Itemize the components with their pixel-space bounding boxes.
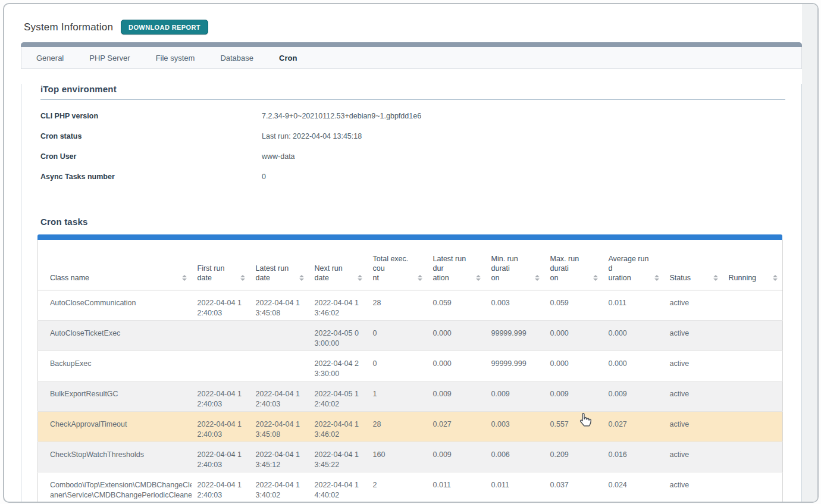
table-cell: 2022-04-05 1 2:40:02 (309, 381, 367, 412)
table-row[interactable]: BackupExec2022-04-04 2 3:30:0000.0009999… (38, 351, 783, 381)
table-cell (723, 412, 783, 442)
download-report-button[interactable]: DOWNLOAD REPORT (121, 20, 208, 35)
column-header[interactable]: Total exec. cou nt (367, 240, 427, 290)
column-header[interactable]: Latest run dur ation (427, 240, 485, 290)
table-cell: 1 (367, 381, 427, 412)
table-cell: 0.000 (427, 503, 485, 503)
tab-php-server[interactable]: PHP Server (89, 54, 130, 62)
sort-icon[interactable] (299, 275, 304, 281)
table-cell (250, 321, 309, 351)
field-row: CLI PHP version7.2.34-9+0~20210112.53+de… (40, 108, 785, 129)
field-value: www-data (262, 152, 295, 161)
table-cell: 0.024 (603, 472, 664, 503)
field-label: CLI PHP version (40, 112, 262, 120)
table-cell: 0.011 (485, 472, 544, 503)
column-header-label: Max. run durati on (550, 254, 591, 283)
table-cell: active (664, 412, 723, 442)
sort-icon[interactable] (418, 275, 422, 281)
table-cell: CheckStopWatchThresholds (38, 442, 192, 472)
table-cell: 2022-04-04 1 3:45:08 (250, 412, 309, 442)
table-cell: 2022-04-04 1 2:40:03 (250, 381, 309, 412)
column-header-label: Average run d uration (609, 254, 652, 283)
column-header[interactable]: Running (723, 240, 783, 290)
table-cell: 2022-04-04 1 3:45:22 (309, 442, 367, 472)
column-header[interactable]: Average run d uration (603, 240, 664, 290)
sort-icon[interactable] (713, 275, 718, 281)
table-cell: 0.009 (427, 442, 485, 472)
environment-fields: CLI PHP version7.2.34-9+0~20210112.53+de… (40, 108, 785, 189)
table-cell: 99999.999 (485, 503, 544, 503)
cron-tasks-table-wrap: Class nameFirst run dateLatest run dateN… (37, 234, 782, 503)
table-cell: CheckApprovalTimeout (38, 412, 192, 442)
table-row[interactable]: CheckStopWatchThresholds2022-04-04 1 2:4… (38, 442, 783, 472)
table-row[interactable]: AutoCloseCommunication2022-04-04 1 2:40:… (38, 290, 783, 321)
scrollbar-track[interactable] (802, 4, 817, 502)
sort-icon[interactable] (182, 275, 187, 281)
table-cell: Combodo\iTop\Extension\CMDBChangeCle (38, 503, 192, 503)
table-header-row: Class nameFirst run dateLatest run dateN… (38, 240, 783, 290)
tab-file-system[interactable]: File system (156, 54, 195, 62)
table-cell (723, 503, 783, 503)
table-cell (192, 321, 250, 351)
table-cell: 0 (367, 321, 427, 351)
table-cell: 0.000 (544, 351, 603, 381)
tab-database[interactable]: Database (220, 54, 253, 62)
column-header[interactable]: Latest run date (250, 240, 309, 290)
table-cell: 2022-04-04 1 2:40:03 (192, 381, 250, 412)
field-label: Cron status (40, 132, 262, 140)
table-cell (192, 351, 250, 381)
column-header[interactable]: First run date (192, 240, 250, 290)
table-cell: 0.011 (427, 472, 485, 503)
column-header[interactable]: Next run date (309, 240, 367, 290)
column-header[interactable]: Max. run durati on (544, 240, 603, 290)
table-cell: 0.059 (427, 290, 485, 321)
field-value: Last run: 2022-04-04 13:45:18 (262, 132, 362, 140)
table-cell: Combodo\iTop\Extension\CMDBChangeCle ane… (38, 472, 192, 503)
table-cell: AutoCloseCommunication (38, 290, 192, 321)
table-cell (723, 290, 783, 321)
column-header-label: Latest run dur ation (433, 254, 474, 283)
field-row: Cron Userwww-data (40, 149, 785, 169)
table-row[interactable]: CheckApprovalTimeout2022-04-04 1 2:40:03… (38, 412, 783, 442)
table-cell: 0.557 (544, 412, 603, 442)
table-cell: active (664, 321, 723, 351)
table-cell: 0.000 (603, 503, 664, 503)
sort-icon[interactable] (593, 275, 598, 281)
tab-strip: GeneralPHP ServerFile systemDatabaseCron (21, 47, 802, 69)
sort-icon[interactable] (358, 275, 362, 281)
tab-container: GeneralPHP ServerFile systemDatabaseCron… (21, 42, 802, 503)
column-header-label: Class name (50, 273, 89, 283)
table-cell: 2022-04-04 1 3:45:12 (250, 442, 309, 472)
column-header[interactable]: Min. run durati on (485, 240, 544, 290)
sort-icon[interactable] (535, 275, 540, 281)
table-cell: active (664, 290, 723, 321)
sort-icon[interactable] (476, 275, 481, 281)
table-row[interactable]: AutoCloseTicketExec2022-04-05 0 3:00:000… (38, 321, 783, 351)
sort-icon[interactable] (240, 275, 245, 281)
table-cell: 0.011 (603, 290, 664, 321)
table-cell: 2022-04-04 2 3:30:00 (309, 351, 367, 381)
column-header[interactable]: Status (664, 240, 723, 290)
sort-icon[interactable] (654, 275, 659, 281)
table-cell: 0.000 (427, 351, 485, 381)
table-cell (723, 381, 783, 412)
table-cell: 0.209 (544, 442, 603, 472)
table-row[interactable]: Combodo\iTop\Extension\CMDBChangeCle ane… (38, 472, 783, 503)
table-row[interactable]: Combodo\iTop\Extension\CMDBChangeCle2022… (38, 503, 783, 503)
table-cell: 0.037 (544, 472, 603, 503)
table-cell: 28 (367, 412, 427, 442)
column-header-label: Next run date (315, 264, 355, 283)
table-cell: 0.000 (544, 503, 603, 503)
column-header-label: Status (670, 273, 691, 283)
table-cell: 0.000 (544, 321, 603, 351)
table-row[interactable]: BulkExportResultGC2022-04-04 1 2:40:0320… (38, 381, 783, 412)
page-title: System Information (24, 21, 113, 33)
tab-general[interactable]: General (36, 54, 64, 62)
table-cell: 160 (367, 442, 427, 472)
table-cell: 99999.999 (485, 351, 544, 381)
cron-tasks-table: Class nameFirst run dateLatest run dateN… (37, 240, 783, 503)
sort-icon[interactable] (773, 275, 778, 281)
column-header[interactable]: Class name (38, 240, 192, 290)
tab-cron[interactable]: Cron (279, 54, 297, 62)
field-label: Cron User (40, 152, 262, 161)
